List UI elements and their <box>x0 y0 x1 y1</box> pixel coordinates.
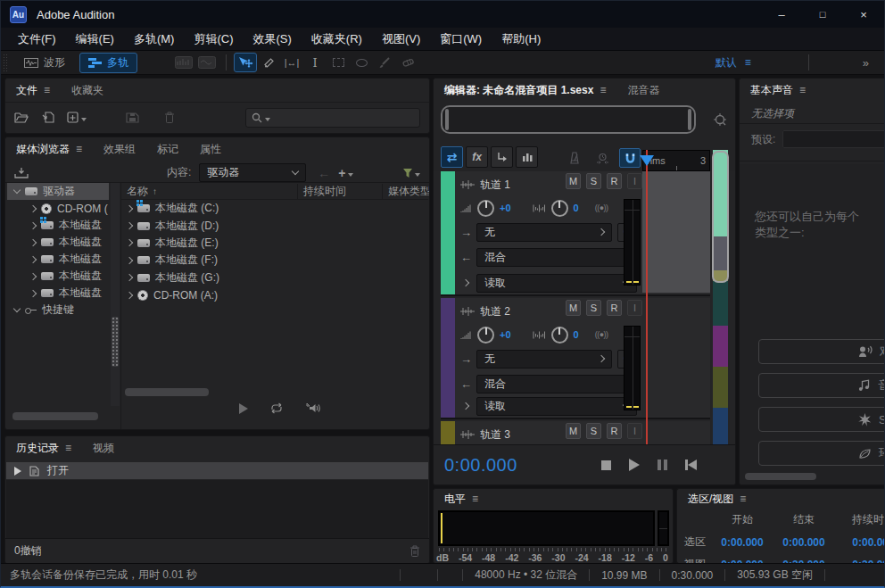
input-dropdown[interactable]: 无 <box>476 223 612 242</box>
stop-button[interactable] <box>601 460 611 470</box>
zoom-navigator[interactable] <box>441 105 696 134</box>
tree-item[interactable]: 快捷键 <box>7 302 109 319</box>
ambience-type-button[interactable]: 环境 <box>758 441 885 466</box>
razor-tool[interactable] <box>257 53 280 72</box>
snap-magnet-icon[interactable] <box>619 148 641 168</box>
input-monitor-button[interactable]: I <box>627 300 642 316</box>
pan-knob[interactable] <box>551 327 568 344</box>
pan-knob[interactable] <box>551 200 568 217</box>
tree-item[interactable]: CD-ROM ( <box>7 200 109 217</box>
track-lane[interactable] <box>642 421 710 446</box>
filter-icon[interactable] <box>402 168 420 178</box>
chevron-right-icon[interactable] <box>126 239 133 246</box>
track-lane[interactable] <box>642 298 710 416</box>
tab-markers[interactable]: 标记 <box>157 137 178 161</box>
maximize-button[interactable]: □ <box>802 1 843 28</box>
track-color-strip[interactable] <box>441 298 455 418</box>
automation-dropdown[interactable]: 读取 <box>476 274 637 293</box>
chevron-right-icon[interactable] <box>126 274 133 281</box>
arm-record-button[interactable]: R <box>607 300 622 316</box>
arm-record-button[interactable]: R <box>607 173 622 189</box>
close-button[interactable]: × <box>843 1 884 28</box>
column-media-type[interactable]: 媒体类型 <box>382 184 428 199</box>
menu-item[interactable]: 视图(V) <box>372 31 430 47</box>
tab-levels[interactable]: 电平 ≡ <box>444 489 478 509</box>
file-list-row[interactable]: 本地磁盘 (D:) <box>121 217 428 234</box>
toolbar-overflow-button[interactable]: » <box>863 56 870 70</box>
panel-menu-icon[interactable]: ≡ <box>65 442 71 454</box>
skip-to-start-button[interactable] <box>685 460 697 470</box>
monitor-input-icon[interactable]: ((●)) <box>595 330 608 339</box>
chevron-right-icon[interactable] <box>29 204 37 211</box>
chevron-down-icon[interactable] <box>13 186 21 194</box>
solo-button[interactable]: S <box>586 423 601 439</box>
history-entry[interactable]: 打开 <box>6 462 428 479</box>
mute-button[interactable]: M <box>566 173 581 189</box>
slip-tool[interactable]: |↔| <box>280 53 303 72</box>
multitrack-view-button[interactable]: 多轨 <box>79 53 137 73</box>
chevron-right-icon[interactable] <box>29 272 37 279</box>
preset-input[interactable] <box>782 130 885 148</box>
chevron-down-icon[interactable] <box>13 305 21 312</box>
tab-favorites[interactable]: 收藏夹 <box>71 79 103 102</box>
input-dropdown[interactable]: 无 <box>476 350 612 369</box>
music-type-button[interactable]: 音乐 <box>758 373 885 398</box>
track-color-strip[interactable] <box>441 421 455 446</box>
tab-history[interactable]: 历史记录 ≡ <box>16 436 71 460</box>
playhead-handle[interactable] <box>640 155 654 166</box>
search-input[interactable] <box>245 108 420 128</box>
scrollbar-thumb[interactable] <box>112 317 119 367</box>
menu-item[interactable]: 帮助(H) <box>492 31 550 47</box>
horizontal-scrollbar-thumb[interactable] <box>745 473 816 480</box>
loop-playback-icon[interactable] <box>269 402 284 414</box>
minimize-button[interactable]: – <box>761 1 802 28</box>
volume-value[interactable]: +0 <box>500 329 511 340</box>
file-list-row[interactable]: 本地磁盘 (G:) <box>121 269 428 286</box>
workspace-menu-icon[interactable]: ≡ <box>745 56 751 69</box>
tab-selection-view[interactable]: 选区/视图 ≡ <box>688 489 746 509</box>
volume-knob[interactable] <box>477 200 494 217</box>
time-display[interactable]: 0:00.000 <box>444 455 517 476</box>
chevron-right-icon[interactable] <box>462 279 469 286</box>
chevron-right-icon[interactable] <box>29 255 37 262</box>
chevron-right-icon[interactable] <box>126 204 133 211</box>
chevron-right-icon[interactable] <box>29 289 37 296</box>
mute-button[interactable]: M <box>566 423 581 439</box>
volume-knob[interactable] <box>477 327 494 344</box>
tree-item[interactable]: 本地磁盘 <box>7 285 109 302</box>
panel-menu-icon[interactable]: ≡ <box>472 493 478 505</box>
chevron-right-icon[interactable] <box>126 291 133 298</box>
io-routing-button[interactable]: ⇄ <box>441 146 463 168</box>
search-options-icon[interactable] <box>265 118 270 121</box>
skip-timer-icon[interactable] <box>591 148 613 168</box>
time-selection-tool[interactable]: I <box>303 53 327 72</box>
menu-item[interactable]: 文件(F) <box>8 31 66 47</box>
track-color-strip[interactable] <box>441 171 455 294</box>
import-file-icon[interactable] <box>42 112 54 123</box>
monitor-input-icon[interactable]: ((●)) <box>595 203 608 212</box>
chevron-right-icon[interactable] <box>126 257 133 264</box>
track-name[interactable]: 轨道 2 <box>480 304 510 319</box>
content-dropdown[interactable]: 驱动器 <box>199 163 306 182</box>
file-list-row[interactable]: 本地磁盘 (C:) <box>121 200 428 217</box>
mute-button[interactable]: M <box>566 300 581 316</box>
selection-start[interactable]: 0:00.000 <box>711 536 773 549</box>
tree-vertical-scrollbar[interactable] <box>111 183 120 406</box>
file-list-row[interactable]: 本地磁盘 (E:) <box>121 235 428 252</box>
auto-play-speaker-icon[interactable] <box>305 402 321 414</box>
chevron-right-icon[interactable] <box>126 222 133 229</box>
panel-menu-icon[interactable]: ≡ <box>600 84 606 96</box>
dialogue-type-button[interactable]: 对话 <box>758 339 885 364</box>
tree-item[interactable]: 驱动器 <box>7 183 109 200</box>
menu-item[interactable]: 窗口(W) <box>430 31 492 47</box>
volume-value[interactable]: +0 <box>500 203 511 213</box>
menu-item[interactable]: 多轨(M) <box>124 31 185 47</box>
tree-item[interactable]: 本地磁盘 <box>7 251 109 268</box>
zoom-tool-icon[interactable] <box>711 112 729 128</box>
tab-properties[interactable]: 属性 <box>200 137 221 161</box>
list-horizontal-scrollbar[interactable] <box>125 388 209 396</box>
file-list-row[interactable]: 本地磁盘 (F:) <box>121 252 428 269</box>
input-monitor-button[interactable]: I <box>627 423 642 439</box>
panel-menu-icon[interactable]: ≡ <box>799 84 806 96</box>
move-tool[interactable] <box>234 53 257 72</box>
